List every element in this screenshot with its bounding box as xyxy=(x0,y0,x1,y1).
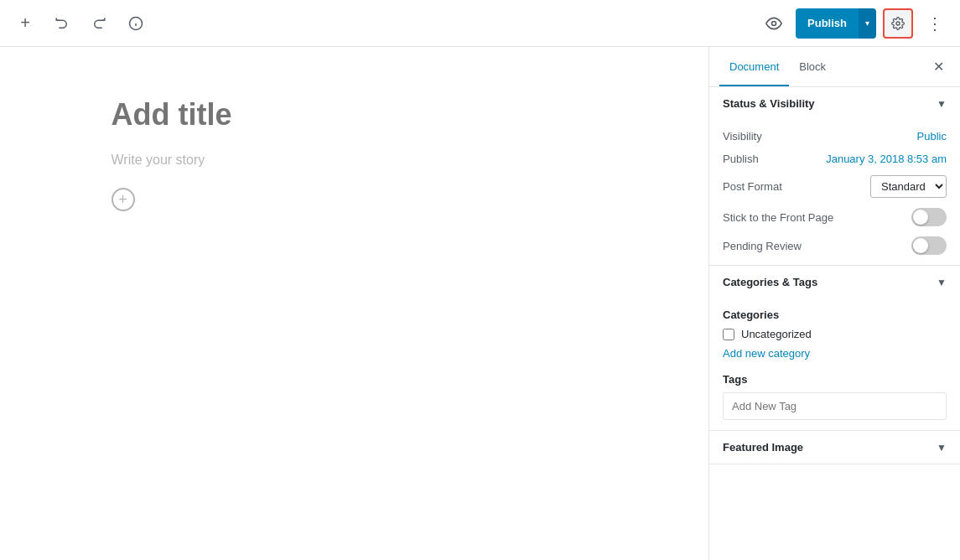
publish-dropdown-button[interactable]: ▾ xyxy=(859,8,876,39)
eye-icon xyxy=(765,15,782,32)
settings-button[interactable] xyxy=(883,8,913,39)
sidebar: Document Block ✕ Status & Visibility ▼ V… xyxy=(708,47,960,560)
toggle-knob xyxy=(913,210,928,225)
toolbar-right: Publish ▾ ⋮ xyxy=(759,8,950,39)
info-button[interactable] xyxy=(121,8,151,39)
status-visibility-section: Status & Visibility ▼ Visibility Public … xyxy=(709,87,960,266)
post-format-row: Post Format Standard Aside Image Video Q… xyxy=(723,175,947,198)
close-icon: ✕ xyxy=(933,59,944,75)
featured-image-header[interactable]: Featured Image ▼ xyxy=(709,431,960,464)
categories-tags-title: Categories & Tags xyxy=(723,276,817,288)
categories-tags-section: Categories & Tags ▼ Categories Uncategor… xyxy=(709,266,960,431)
post-format-label: Post Format xyxy=(723,180,782,193)
redo-button[interactable] xyxy=(84,8,114,39)
featured-image-section: Featured Image ▼ xyxy=(709,431,960,464)
stick-front-page-row: Stick to the Front Page xyxy=(723,208,947,226)
sidebar-tabs: Document Block ✕ xyxy=(709,47,960,87)
tag-input[interactable] xyxy=(723,392,947,420)
category-name-uncategorized: Uncategorized xyxy=(741,328,812,340)
pending-review-row: Pending Review xyxy=(723,236,947,255)
status-visibility-content: Visibility Public Publish January 3, 201… xyxy=(709,120,960,265)
categories-tags-header[interactable]: Categories & Tags ▼ xyxy=(709,266,960,298)
visibility-label: Visibility xyxy=(723,130,762,143)
more-icon: ⋮ xyxy=(926,13,943,34)
add-block-button[interactable]: + xyxy=(112,188,135,211)
info-icon xyxy=(128,16,143,31)
add-new-category-link[interactable]: Add new category xyxy=(723,347,947,360)
categories-tags-content: Categories Uncategorized Add new categor… xyxy=(709,298,960,430)
status-visibility-title: Status & Visibility xyxy=(723,97,815,110)
categories-tags-chevron: ▼ xyxy=(937,277,947,288)
pending-review-label: Pending Review xyxy=(723,240,802,252)
status-visibility-chevron: ▼ xyxy=(937,98,947,110)
main-layout: Write your story + Document Block ✕ Stat… xyxy=(0,47,960,560)
editor-content: Write your story + xyxy=(95,97,615,211)
category-item-uncategorized: Uncategorized xyxy=(723,328,947,340)
publish-main-button[interactable]: Publish xyxy=(796,8,859,39)
add-icon: + xyxy=(20,13,30,33)
preview-button[interactable] xyxy=(759,8,789,39)
svg-point-4 xyxy=(896,22,900,25)
editor-area: Write your story + xyxy=(0,47,708,560)
publish-arrow-icon: ▾ xyxy=(865,18,869,28)
tags-label: Tags xyxy=(723,373,947,386)
pending-review-toggle[interactable] xyxy=(911,236,947,255)
publish-label: Publish xyxy=(723,153,759,165)
featured-image-chevron: ▼ xyxy=(937,442,947,454)
featured-image-title: Featured Image xyxy=(723,441,803,454)
publish-date-row: Publish January 3, 2018 8:53 am xyxy=(723,153,947,165)
visibility-value[interactable]: Public xyxy=(917,130,947,143)
visibility-row: Visibility Public xyxy=(723,130,947,143)
status-visibility-header[interactable]: Status & Visibility ▼ xyxy=(709,87,960,120)
sidebar-close-button[interactable]: ✕ xyxy=(926,55,950,79)
add-block-icon: + xyxy=(118,191,127,209)
undo-button[interactable] xyxy=(47,8,77,39)
more-options-button[interactable]: ⋮ xyxy=(920,8,950,39)
tab-block[interactable]: Block xyxy=(789,47,836,86)
undo-icon xyxy=(54,16,70,31)
publish-button-group: Publish ▾ xyxy=(796,8,876,39)
add-block-toolbar-button[interactable]: + xyxy=(10,8,40,39)
post-body-placeholder: Write your story xyxy=(112,153,598,168)
stick-front-page-toggle[interactable] xyxy=(911,208,947,226)
redo-icon xyxy=(91,16,106,31)
gear-icon xyxy=(891,17,905,30)
category-checkbox-uncategorized[interactable] xyxy=(723,329,734,340)
categories-label: Categories xyxy=(723,309,947,321)
post-title-input[interactable] xyxy=(112,97,598,132)
toolbar: + Publish ▾ ⋮ xyxy=(0,0,960,47)
tab-document[interactable]: Document xyxy=(719,47,789,86)
stick-front-page-label: Stick to the Front Page xyxy=(723,211,833,224)
toggle-knob-2 xyxy=(913,238,928,253)
toolbar-left: + xyxy=(10,8,151,39)
publish-date-value[interactable]: January 3, 2018 8:53 am xyxy=(826,153,947,165)
post-format-select[interactable]: Standard Aside Image Video Quote Link Ga… xyxy=(870,175,947,198)
svg-point-3 xyxy=(772,21,776,25)
